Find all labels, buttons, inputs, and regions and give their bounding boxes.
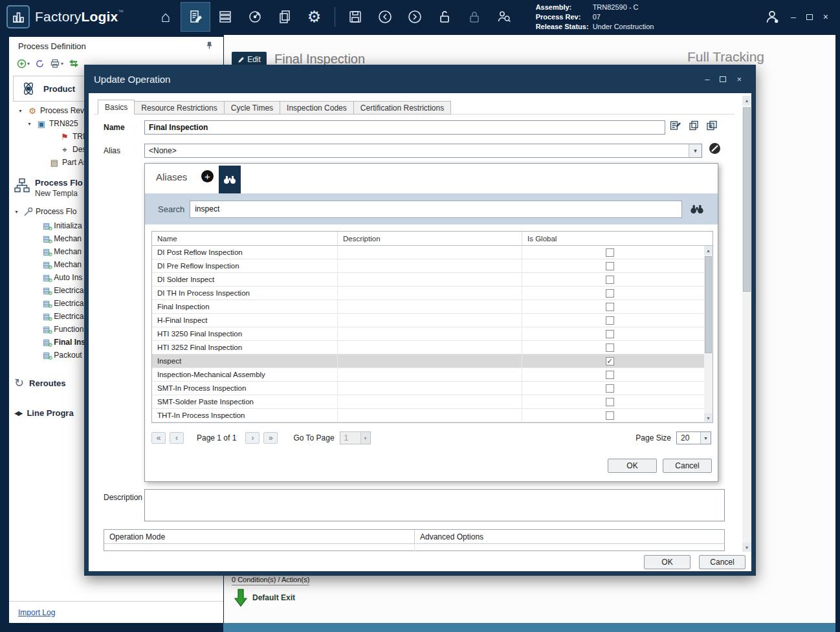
description-textarea[interactable] [144,489,725,521]
user-account-button[interactable] [757,2,787,32]
add-button[interactable]: ▾ [16,58,31,70]
user-search-button[interactable] [489,2,519,32]
name-input[interactable] [144,120,665,135]
aliases-panel: Aliases + Search Name Description Is Glo… [144,163,718,482]
pin-icon[interactable] [205,41,214,50]
previous-page-button[interactable]: ‹ [170,432,184,444]
scroll-up-arrow[interactable]: ▲ [742,96,751,105]
first-page-button[interactable]: « [151,432,166,444]
alias-table-row[interactable]: DI Pre Reflow Inspection [152,259,704,273]
scrollbar-thumb[interactable] [705,256,712,353]
alias-table-row[interactable]: DI Solder Inspect [152,273,704,287]
is-global-checkbox[interactable] [606,384,614,393]
import-log-link[interactable]: Import Log [18,608,55,617]
close-button[interactable]: × [823,12,828,21]
dialog-maximize-button[interactable] [720,74,726,84]
alias-table-row[interactable]: SMT-Solder Paste Inspection [152,395,704,409]
is-global-checkbox[interactable] [606,343,614,352]
transfer-button[interactable] [67,58,80,69]
tab-basics[interactable]: Basics [98,100,135,114]
alias-table-row[interactable]: HTI 3250 Final Inspection [152,327,704,341]
alias-table-row[interactable]: Inspection-Mechanical Assembly [152,368,704,382]
dialog-ok-button[interactable]: OK [644,555,691,569]
is-global-checkbox[interactable]: ✓ [606,357,614,365]
operation-icon: ▤ [43,338,50,346]
is-global-checkbox[interactable] [606,371,614,379]
tab-certification-restrictions[interactable]: Certification Restrictions [354,101,451,114]
unlock-button[interactable] [430,2,459,32]
operation-mode-header[interactable]: Operation Mode [104,530,415,543]
is-global-checkbox[interactable] [606,303,614,311]
alias-table-row[interactable]: SMT-In Process Inspection [152,382,704,395]
expander-icon[interactable]: ▼ [14,210,21,214]
refresh-button[interactable] [34,58,46,70]
aliases-cancel-button[interactable]: Cancel [663,459,712,473]
save-icon [348,9,363,25]
column-header-name[interactable]: Name [152,232,338,245]
scroll-down-arrow[interactable]: ▼ [742,543,751,552]
process-editor-button[interactable] [181,2,210,32]
alias-table-row[interactable]: Final Inspection [152,300,704,314]
next-page-button[interactable]: › [245,432,260,444]
dialog-minimize-button[interactable]: – [705,74,709,84]
column-header-description[interactable]: Description [338,232,522,245]
target-button[interactable] [240,2,270,32]
scrollbar-thumb[interactable] [743,107,751,292]
dialog-cancel-button[interactable]: Cancel [699,555,746,569]
dialog-scrollbar[interactable]: ▲ ▼ [742,96,751,552]
minimize-button[interactable]: – [791,12,796,21]
tab-cycle-times[interactable]: Cycle Times [225,101,280,114]
alias-table-row[interactable]: HTI 3252 Final Inspection [152,341,704,354]
maximize-button[interactable] [806,12,813,21]
window-controls: – × [791,12,828,21]
tab-inspection-codes[interactable]: Inspection Codes [280,101,354,114]
advanced-options-header[interactable]: Advanced Options [415,530,483,543]
scroll-down-arrow[interactable]: ▼ [704,413,713,422]
alias-is-global-cell [522,246,697,259]
page-size-select[interactable]: 20 ▾ [676,431,711,444]
search-tab[interactable] [219,166,241,193]
search-input[interactable] [190,201,682,218]
is-global-checkbox[interactable] [606,276,614,284]
alias-combobox[interactable]: <None> ▾ [144,144,702,158]
clear-alias-button[interactable] [709,142,721,155]
aliases-ok-button[interactable]: OK [608,459,657,473]
expander-icon[interactable]: ▼ [18,109,25,113]
print-button[interactable]: ▾ [49,58,65,70]
go-to-page-input[interactable]: 1 ▾ [340,431,371,444]
alias-dropdown-button[interactable]: ▾ [689,144,702,157]
is-global-checkbox[interactable] [606,411,614,420]
is-global-checkbox[interactable] [606,262,614,270]
is-global-checkbox[interactable] [606,316,614,325]
is-global-checkbox[interactable] [606,289,614,298]
copy-all-icon[interactable] [706,120,718,131]
rename-icon[interactable] [670,120,681,131]
forward-button[interactable] [400,2,430,32]
table-scrollbar[interactable]: ▲ ▼ [704,246,713,422]
is-global-checkbox[interactable] [606,248,614,257]
tab-resource-restrictions[interactable]: Resource Restrictions [135,101,224,114]
settings-button[interactable]: ⚙ [300,2,329,32]
alias-table-row[interactable]: DI Post Reflow Inspection [152,246,704,259]
copy-icon[interactable] [689,120,699,131]
last-page-button[interactable]: » [263,432,278,444]
documents-button[interactable] [270,2,300,32]
alias-table-row[interactable]: THT-In Process Inspection [152,409,704,422]
alias-table-row[interactable]: DI TH In Process Inspection [152,287,704,300]
alias-table-row[interactable]: H-Final Inspect [152,314,704,327]
default-exit[interactable]: Default Exit [234,589,295,607]
add-alias-button[interactable]: + [201,170,214,182]
expander-icon[interactable]: ▼ [27,122,34,126]
layers-button[interactable] [210,2,240,32]
home-button[interactable]: ⌂ [151,2,181,32]
column-header-is-global[interactable]: Is Global [522,232,697,245]
search-button[interactable] [690,204,704,214]
alias-table-row[interactable]: Inspect✓ [152,354,704,368]
back-button[interactable] [370,2,400,32]
lock-button[interactable] [459,2,489,32]
is-global-checkbox[interactable] [606,330,614,338]
dialog-close-button[interactable]: × [736,74,742,84]
save-button[interactable] [340,2,370,32]
scroll-up-arrow[interactable]: ▲ [704,246,713,255]
is-global-checkbox[interactable] [606,398,614,406]
